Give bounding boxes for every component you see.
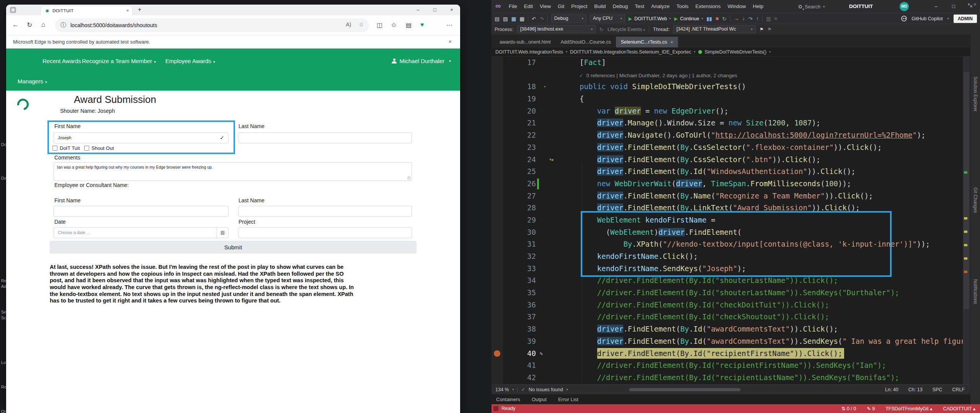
breakpoint-margin[interactable] — [492, 238, 503, 250]
calendar-icon[interactable]: ▤ — [217, 228, 228, 238]
more-menu-icon[interactable]: ⋯ — [446, 21, 452, 29]
menu-git[interactable]: Git — [554, 0, 568, 13]
find-icon[interactable]: ▥ — [766, 16, 771, 22]
tab-output[interactable]: Output — [532, 397, 547, 402]
tool-tab-git-changes[interactable]: Git Changes — [973, 187, 978, 213]
open-file-icon[interactable]: ▧ — [503, 16, 508, 22]
minimize-button[interactable]: – — [410, 5, 426, 15]
document-health-icon[interactable]: ✓ — [521, 387, 525, 392]
horizontal-scrollbar[interactable] — [629, 388, 893, 391]
split-screen-icon[interactable]: ◫ — [377, 21, 382, 29]
project-input[interactable] — [238, 227, 412, 238]
undo-icon[interactable]: ↶ — [532, 16, 536, 22]
breadcrumb-item[interactable]: SimpleDoITWebDriverTests() — [705, 49, 767, 55]
breakpoint-margin[interactable] — [492, 275, 503, 287]
nav-employee-awards[interactable]: Employee Awards▾ — [165, 58, 215, 64]
menu-test[interactable]: Test — [631, 0, 648, 13]
breakpoint-margin[interactable] — [492, 178, 503, 190]
tab-error-list[interactable]: Error List — [558, 397, 578, 402]
breakpoint-margin[interactable] — [492, 372, 503, 384]
submit-button[interactable]: Submit — [50, 241, 416, 254]
chevron-down-icon[interactable]: ▾ — [947, 17, 949, 20]
menu-help[interactable]: Help — [750, 0, 767, 13]
break-all-icon[interactable]: ▮▮ — [706, 16, 712, 22]
editor-scrollbar[interactable] — [963, 57, 970, 384]
notice-close-icon[interactable]: × — [449, 39, 452, 45]
menu-project[interactable]: Project — [568, 0, 591, 13]
redo-icon[interactable]: ↷ — [539, 16, 544, 22]
last-name-input[interactable] — [238, 132, 412, 143]
copilot-label[interactable]: GitHub Copilot — [911, 16, 942, 21]
breakpoint-margin[interactable] — [492, 250, 503, 263]
breakpoint-margin[interactable] — [492, 202, 503, 214]
tab-close-icon[interactable]: × — [671, 40, 673, 44]
step-over-icon[interactable]: ↷ — [748, 16, 753, 22]
restart-icon[interactable]: ↻ — [722, 16, 726, 22]
nav-bar-menu-icon[interactable]: ≡ — [974, 2, 976, 7]
recipient-last-name-input[interactable] — [238, 206, 412, 217]
site-info-icon[interactable]: ⓘ — [60, 21, 66, 29]
breakpoint-margin[interactable] — [492, 263, 503, 275]
menu-debug[interactable]: Debug — [609, 0, 631, 13]
tab-containers[interactable]: Containers — [496, 397, 520, 402]
breakpoint-margin[interactable] — [492, 287, 503, 299]
refresh-icon[interactable]: ↻ — [27, 21, 32, 29]
breakpoint-margin[interactable] — [492, 93, 503, 105]
breakpoint-margin[interactable] — [492, 226, 503, 239]
menu-view[interactable]: View — [536, 0, 554, 13]
url-text[interactable]: localhost:5000/doitawards/shoutouts — [70, 22, 157, 28]
github-copilot-icon[interactable] — [901, 16, 907, 21]
recipient-first-name-input[interactable] — [54, 206, 229, 217]
search-control[interactable]: Search ▾ — [799, 0, 825, 13]
flag-outline-icon[interactable]: ⚑ — [768, 27, 772, 32]
breakpoint-margin[interactable] — [492, 299, 503, 311]
git-sync-status[interactable]: ⇅ 0 / 0 — [841, 406, 856, 411]
maximize-button[interactable]: □ — [426, 5, 443, 15]
admin-button[interactable]: ADMIN — [954, 15, 977, 23]
menu-window[interactable]: Window — [724, 0, 750, 13]
browser-tab[interactable]: DOITTUIT × — [41, 6, 132, 15]
stop-icon[interactable]: ■ — [715, 16, 719, 21]
thread-select[interactable]: [3424] .NET ThreadPool Wc ▾ — [673, 25, 756, 33]
show-next-statement-icon[interactable]: → — [734, 16, 739, 21]
pending-edits[interactable]: ✎ 9 — [867, 406, 875, 411]
breakpoint-margin[interactable] — [492, 214, 503, 226]
favorite-star-icon[interactable]: ☆ — [359, 21, 364, 28]
breakpoint-margin[interactable] — [492, 311, 503, 323]
breakpoint-margin[interactable] — [492, 348, 503, 360]
save-icon[interactable]: ▦ — [511, 16, 516, 22]
breakpoint-margin[interactable] — [492, 323, 503, 335]
breakpoint-margin[interactable] — [492, 190, 503, 202]
menu-edit[interactable]: Edit — [521, 0, 536, 13]
document-tab[interactable]: awards-sub...onent.html — [495, 37, 555, 47]
configuration-select[interactable]: Debug▾ — [551, 15, 586, 23]
home-icon[interactable]: ⌂ — [41, 21, 45, 29]
comments-textarea[interactable]: Ian was a great help figuring out why my… — [54, 162, 412, 181]
nav-recent-awards[interactable]: Recent Awards — [42, 58, 81, 64]
flag-icon[interactable]: ⚑ — [760, 27, 764, 32]
back-icon[interactable]: ← — [12, 21, 19, 29]
breadcrumb-item[interactable]: DOITTUIT.Web.IntegrationTests.Selenium_I… — [570, 49, 691, 55]
breakpoint-margin[interactable] — [492, 166, 503, 178]
new-file-icon[interactable]: ▤ — [495, 16, 500, 22]
minimize-button[interactable]: – — [927, 0, 945, 13]
collections-icon[interactable]: ▤ — [406, 21, 412, 29]
date-input[interactable]: Choose a date ... ▤ — [54, 227, 229, 238]
menu-extensions[interactable]: Extensions — [692, 0, 724, 13]
menu-build[interactable]: Build — [591, 0, 609, 13]
document-tab[interactable]: SeleniumC...rTests.cs× — [616, 37, 678, 47]
breakpoint-margin[interactable] — [492, 359, 503, 372]
breakpoint-margin[interactable] — [492, 141, 503, 154]
breakpoint-margin[interactable] — [492, 117, 503, 129]
breakpoint-margin[interactable] — [492, 69, 503, 81]
git-branch[interactable]: TFSDoITFromMyGit ▴ — [885, 406, 932, 411]
menu-file[interactable]: File — [505, 0, 521, 13]
tool-tab-notifications[interactable]: Notifications — [973, 279, 978, 304]
breakpoint-margin[interactable] — [492, 57, 503, 69]
read-aloud-icon[interactable]: A) — [346, 21, 351, 28]
menu-tools[interactable]: Tools — [673, 0, 692, 13]
step-out-icon[interactable]: ↑ — [756, 16, 759, 21]
document-tab[interactable]: AddShoutO...Course.cs — [555, 37, 616, 47]
breakpoint-margin[interactable] — [492, 129, 503, 141]
line-ending-mode[interactable]: CRLF — [952, 387, 965, 392]
